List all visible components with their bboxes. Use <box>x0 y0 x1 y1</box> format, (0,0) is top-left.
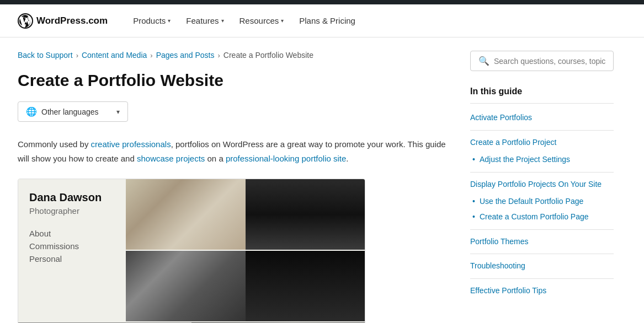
portfolio-nav-about: About <box>29 229 115 238</box>
portfolio-sidebar: Dana Dawson Photographer About Commissio… <box>18 179 126 322</box>
guide-divider-5 <box>470 278 614 279</box>
creative-professionals-link[interactable]: creative professionals <box>91 139 171 149</box>
guide-sub-adjust-settings: • Adjust the Project Settings <box>472 154 614 165</box>
showcase-projects-link[interactable]: showcase projects <box>137 154 205 163</box>
guide-sub-link-adjust-settings[interactable]: Adjust the Project Settings <box>480 154 570 165</box>
guide-sub-custom-page: • Create a Custom Portfolio Page <box>472 212 614 223</box>
guide-divider-4 <box>470 254 614 254</box>
resources-chevron-icon: ▾ <box>281 18 284 24</box>
portfolio-image-stairs <box>126 251 246 321</box>
breadcrumb-back-support[interactable]: Back to Support <box>18 51 73 60</box>
guide-divider-2 <box>470 172 614 173</box>
nav-products[interactable]: Products ▾ <box>125 4 178 37</box>
portfolio-image-dunes <box>126 179 246 250</box>
language-dropdown[interactable]: 🌐 Other languages ▾ <box>18 101 128 122</box>
portfolio-nav-commissions: Commissions <box>29 241 115 251</box>
nav-resources[interactable]: Resources ▾ <box>232 4 292 37</box>
portfolio-image-silhouette <box>246 179 365 250</box>
logo-link[interactable]: WordPress.com <box>18 13 108 29</box>
portfolio-person-role: Photographer <box>29 206 115 216</box>
portfolio-inner: Dana Dawson Photographer About Commissio… <box>18 179 365 322</box>
nav-products-label: Products <box>133 16 166 25</box>
navbar: WordPress.com Products ▾ Features ▾ Reso… <box>0 4 644 37</box>
bullet-icon-1: • <box>472 155 475 164</box>
guide-divider-3 <box>470 229 614 230</box>
guide-sub-link-default-page[interactable]: Use the Default Portfolio Page <box>480 196 583 207</box>
breadcrumb-pages-posts[interactable]: Pages and Posts <box>156 51 215 60</box>
guide-create-project[interactable]: Create a Portfolio Project <box>470 137 614 148</box>
nav-pricing-label: Plans & Pricing <box>299 16 355 25</box>
nav-pricing[interactable]: Plans & Pricing <box>291 4 363 37</box>
guide-sub-link-custom-page[interactable]: Create a Custom Portfolio Page <box>480 212 589 223</box>
breadcrumb: Back to Support › Content and Media › Pa… <box>18 51 448 60</box>
portfolio-preview: Dana Dawson Photographer About Commissio… <box>18 179 365 323</box>
search-input[interactable] <box>494 57 605 66</box>
breadcrumb-sep-3: › <box>217 51 220 60</box>
nav-resources-label: Resources <box>239 16 279 25</box>
guide-display-projects[interactable]: Display Portfolio Projects On Your Site <box>470 179 614 190</box>
intro-text: Commonly used by creative professionals,… <box>18 137 448 165</box>
search-box[interactable]: 🔍 <box>470 51 614 71</box>
wordpress-logo-icon <box>18 13 33 29</box>
breadcrumb-sep-2: › <box>150 51 152 60</box>
logo-text: WordPress.com <box>36 15 108 26</box>
globe-icon: 🌐 <box>26 106 37 117</box>
guide-divider-1 <box>470 130 614 131</box>
guide-effective-tips[interactable]: Effective Portfolio Tips <box>470 286 614 297</box>
guide-portfolio-themes[interactable]: Portfolio Themes <box>470 236 614 247</box>
breadcrumb-content-media[interactable]: Content and Media <box>82 51 147 60</box>
nav-features[interactable]: Features ▾ <box>178 4 231 37</box>
sidebar: 🔍 In this guide Activate Portfolios Crea… <box>470 51 614 323</box>
content-area: Back to Support › Content and Media › Pa… <box>18 51 470 323</box>
nav-features-label: Features <box>186 16 219 25</box>
guide-troubleshooting[interactable]: Troubleshooting <box>470 261 614 272</box>
search-icon: 🔍 <box>478 56 489 66</box>
bullet-icon-3: • <box>472 212 475 221</box>
guide-title: In this guide <box>470 87 614 104</box>
portfolio-site-link[interactable]: professional-looking portfolio site <box>226 154 346 163</box>
products-chevron-icon: ▾ <box>168 18 171 24</box>
main-container: Back to Support › Content and Media › Pa… <box>0 37 644 323</box>
guide-sub-default-page: • Use the Default Portfolio Page <box>472 196 614 207</box>
features-chevron-icon: ▾ <box>221 18 224 24</box>
breadcrumb-current: Create a Portfolio Website <box>223 51 313 60</box>
portfolio-image-lights <box>246 251 365 321</box>
page-title: Create a Portfolio Website <box>18 71 448 90</box>
guide-section: In this guide Activate Portfolios Create… <box>470 87 614 296</box>
bullet-icon-2: • <box>472 197 475 206</box>
portfolio-person-name: Dana Dawson <box>29 191 115 204</box>
breadcrumb-sep-1: › <box>76 51 78 60</box>
language-chevron-icon: ▾ <box>116 108 120 116</box>
search-container: 🔍 <box>470 51 614 71</box>
portfolio-images-grid <box>126 179 365 322</box>
language-label: Other languages <box>41 107 112 116</box>
portfolio-nav-personal: Personal <box>29 254 115 263</box>
guide-activate-portfolios[interactable]: Activate Portfolios <box>470 112 614 123</box>
